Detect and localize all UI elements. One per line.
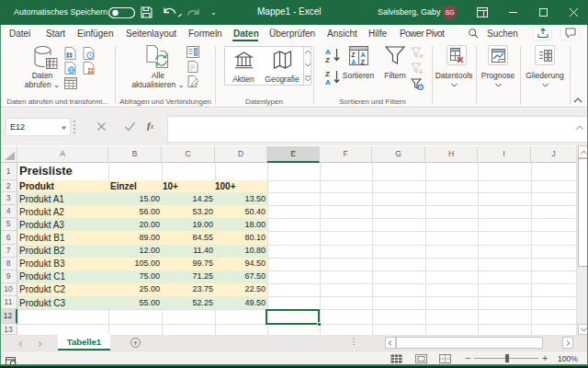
svg-text:A: A — [361, 52, 366, 58]
svg-text:A: A — [325, 78, 331, 86]
svg-text:A: A — [351, 59, 356, 65]
svg-text:Z: Z — [361, 59, 366, 65]
svg-text:Z: Z — [351, 52, 356, 58]
svg-text:Z: Z — [325, 56, 330, 63]
